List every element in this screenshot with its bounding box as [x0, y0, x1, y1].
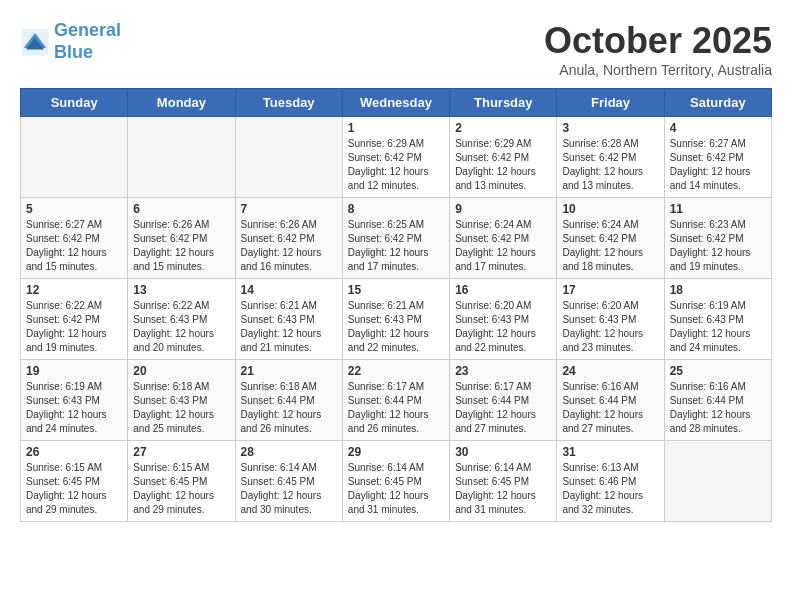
day-number: 18 [670, 283, 766, 297]
calendar-cell: 14Sunrise: 6:21 AM Sunset: 6:43 PM Dayli… [235, 279, 342, 360]
day-number: 11 [670, 202, 766, 216]
month-title: October 2025 [544, 20, 772, 62]
day-info: Sunrise: 6:16 AM Sunset: 6:44 PM Dayligh… [562, 380, 658, 436]
day-info: Sunrise: 6:26 AM Sunset: 6:42 PM Dayligh… [241, 218, 337, 274]
day-number: 20 [133, 364, 229, 378]
calendar-cell: 6Sunrise: 6:26 AM Sunset: 6:42 PM Daylig… [128, 198, 235, 279]
day-info: Sunrise: 6:19 AM Sunset: 6:43 PM Dayligh… [670, 299, 766, 355]
day-number: 30 [455, 445, 551, 459]
calendar-week-3: 12Sunrise: 6:22 AM Sunset: 6:42 PM Dayli… [21, 279, 772, 360]
day-info: Sunrise: 6:14 AM Sunset: 6:45 PM Dayligh… [455, 461, 551, 517]
day-info: Sunrise: 6:29 AM Sunset: 6:42 PM Dayligh… [348, 137, 444, 193]
day-number: 7 [241, 202, 337, 216]
day-info: Sunrise: 6:27 AM Sunset: 6:42 PM Dayligh… [26, 218, 122, 274]
day-info: Sunrise: 6:26 AM Sunset: 6:42 PM Dayligh… [133, 218, 229, 274]
logo: General Blue [20, 20, 121, 63]
page-header: General Blue October 2025 Anula, Norther… [20, 20, 772, 78]
weekday-header-monday: Monday [128, 89, 235, 117]
day-number: 28 [241, 445, 337, 459]
calendar-cell: 29Sunrise: 6:14 AM Sunset: 6:45 PM Dayli… [342, 441, 449, 522]
day-number: 4 [670, 121, 766, 135]
calendar-cell: 31Sunrise: 6:13 AM Sunset: 6:46 PM Dayli… [557, 441, 664, 522]
location-subtitle: Anula, Northern Territory, Australia [544, 62, 772, 78]
day-info: Sunrise: 6:14 AM Sunset: 6:45 PM Dayligh… [241, 461, 337, 517]
calendar-cell: 8Sunrise: 6:25 AM Sunset: 6:42 PM Daylig… [342, 198, 449, 279]
day-info: Sunrise: 6:16 AM Sunset: 6:44 PM Dayligh… [670, 380, 766, 436]
day-info: Sunrise: 6:22 AM Sunset: 6:43 PM Dayligh… [133, 299, 229, 355]
day-number: 16 [455, 283, 551, 297]
weekday-header-tuesday: Tuesday [235, 89, 342, 117]
day-number: 13 [133, 283, 229, 297]
day-number: 8 [348, 202, 444, 216]
calendar-cell: 13Sunrise: 6:22 AM Sunset: 6:43 PM Dayli… [128, 279, 235, 360]
calendar-cell [235, 117, 342, 198]
day-info: Sunrise: 6:27 AM Sunset: 6:42 PM Dayligh… [670, 137, 766, 193]
calendar-cell: 20Sunrise: 6:18 AM Sunset: 6:43 PM Dayli… [128, 360, 235, 441]
calendar-cell: 7Sunrise: 6:26 AM Sunset: 6:42 PM Daylig… [235, 198, 342, 279]
calendar-cell: 10Sunrise: 6:24 AM Sunset: 6:42 PM Dayli… [557, 198, 664, 279]
day-info: Sunrise: 6:18 AM Sunset: 6:43 PM Dayligh… [133, 380, 229, 436]
day-info: Sunrise: 6:22 AM Sunset: 6:42 PM Dayligh… [26, 299, 122, 355]
day-number: 9 [455, 202, 551, 216]
day-info: Sunrise: 6:20 AM Sunset: 6:43 PM Dayligh… [562, 299, 658, 355]
calendar-cell: 1Sunrise: 6:29 AM Sunset: 6:42 PM Daylig… [342, 117, 449, 198]
logo-blue: Blue [54, 42, 93, 62]
calendar-cell: 19Sunrise: 6:19 AM Sunset: 6:43 PM Dayli… [21, 360, 128, 441]
calendar-cell: 21Sunrise: 6:18 AM Sunset: 6:44 PM Dayli… [235, 360, 342, 441]
day-info: Sunrise: 6:13 AM Sunset: 6:46 PM Dayligh… [562, 461, 658, 517]
calendar-cell: 18Sunrise: 6:19 AM Sunset: 6:43 PM Dayli… [664, 279, 771, 360]
weekday-header-saturday: Saturday [664, 89, 771, 117]
day-info: Sunrise: 6:17 AM Sunset: 6:44 PM Dayligh… [348, 380, 444, 436]
calendar-cell: 26Sunrise: 6:15 AM Sunset: 6:45 PM Dayli… [21, 441, 128, 522]
weekday-header-sunday: Sunday [21, 89, 128, 117]
day-info: Sunrise: 6:21 AM Sunset: 6:43 PM Dayligh… [348, 299, 444, 355]
calendar-cell: 16Sunrise: 6:20 AM Sunset: 6:43 PM Dayli… [450, 279, 557, 360]
day-number: 3 [562, 121, 658, 135]
calendar-cell: 27Sunrise: 6:15 AM Sunset: 6:45 PM Dayli… [128, 441, 235, 522]
calendar-cell: 5Sunrise: 6:27 AM Sunset: 6:42 PM Daylig… [21, 198, 128, 279]
day-info: Sunrise: 6:29 AM Sunset: 6:42 PM Dayligh… [455, 137, 551, 193]
calendar-cell: 15Sunrise: 6:21 AM Sunset: 6:43 PM Dayli… [342, 279, 449, 360]
day-info: Sunrise: 6:14 AM Sunset: 6:45 PM Dayligh… [348, 461, 444, 517]
day-number: 14 [241, 283, 337, 297]
day-info: Sunrise: 6:21 AM Sunset: 6:43 PM Dayligh… [241, 299, 337, 355]
logo-general: General [54, 20, 121, 40]
day-info: Sunrise: 6:24 AM Sunset: 6:42 PM Dayligh… [562, 218, 658, 274]
calendar-cell: 30Sunrise: 6:14 AM Sunset: 6:45 PM Dayli… [450, 441, 557, 522]
day-info: Sunrise: 6:18 AM Sunset: 6:44 PM Dayligh… [241, 380, 337, 436]
weekday-header-thursday: Thursday [450, 89, 557, 117]
calendar-cell: 11Sunrise: 6:23 AM Sunset: 6:42 PM Dayli… [664, 198, 771, 279]
day-info: Sunrise: 6:19 AM Sunset: 6:43 PM Dayligh… [26, 380, 122, 436]
day-info: Sunrise: 6:25 AM Sunset: 6:42 PM Dayligh… [348, 218, 444, 274]
day-info: Sunrise: 6:23 AM Sunset: 6:42 PM Dayligh… [670, 218, 766, 274]
day-info: Sunrise: 6:20 AM Sunset: 6:43 PM Dayligh… [455, 299, 551, 355]
day-number: 1 [348, 121, 444, 135]
calendar-cell: 25Sunrise: 6:16 AM Sunset: 6:44 PM Dayli… [664, 360, 771, 441]
calendar-week-1: 1Sunrise: 6:29 AM Sunset: 6:42 PM Daylig… [21, 117, 772, 198]
day-number: 23 [455, 364, 551, 378]
calendar-cell: 28Sunrise: 6:14 AM Sunset: 6:45 PM Dayli… [235, 441, 342, 522]
day-number: 22 [348, 364, 444, 378]
logo-icon [20, 27, 50, 57]
calendar-cell: 3Sunrise: 6:28 AM Sunset: 6:42 PM Daylig… [557, 117, 664, 198]
calendar-cell: 2Sunrise: 6:29 AM Sunset: 6:42 PM Daylig… [450, 117, 557, 198]
day-number: 24 [562, 364, 658, 378]
calendar-week-2: 5Sunrise: 6:27 AM Sunset: 6:42 PM Daylig… [21, 198, 772, 279]
day-number: 27 [133, 445, 229, 459]
calendar-cell [664, 441, 771, 522]
day-number: 6 [133, 202, 229, 216]
day-number: 25 [670, 364, 766, 378]
calendar-cell: 23Sunrise: 6:17 AM Sunset: 6:44 PM Dayli… [450, 360, 557, 441]
day-number: 26 [26, 445, 122, 459]
calendar-cell: 22Sunrise: 6:17 AM Sunset: 6:44 PM Dayli… [342, 360, 449, 441]
day-info: Sunrise: 6:17 AM Sunset: 6:44 PM Dayligh… [455, 380, 551, 436]
day-info: Sunrise: 6:15 AM Sunset: 6:45 PM Dayligh… [26, 461, 122, 517]
day-info: Sunrise: 6:24 AM Sunset: 6:42 PM Dayligh… [455, 218, 551, 274]
day-number: 2 [455, 121, 551, 135]
title-block: October 2025 Anula, Northern Territory, … [544, 20, 772, 78]
weekday-header-friday: Friday [557, 89, 664, 117]
day-number: 15 [348, 283, 444, 297]
day-number: 31 [562, 445, 658, 459]
day-info: Sunrise: 6:15 AM Sunset: 6:45 PM Dayligh… [133, 461, 229, 517]
day-number: 19 [26, 364, 122, 378]
